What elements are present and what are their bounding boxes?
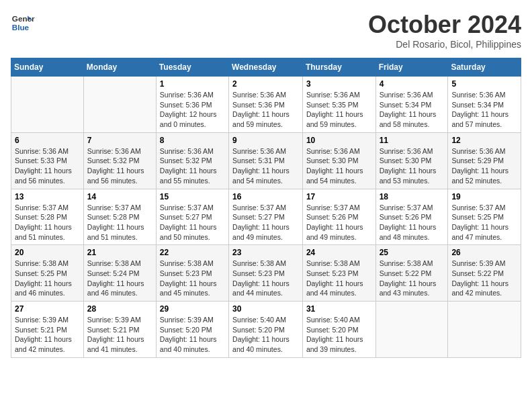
calendar-cell: 30 Sunrise: 5:40 AMSunset: 5:20 PMDaylig… — [229, 302, 303, 358]
calendar-week-1: 1 Sunrise: 5:36 AMSunset: 5:36 PMDayligh… — [11, 77, 521, 133]
day-info: Sunrise: 5:36 AMSunset: 5:30 PMDaylight:… — [306, 146, 372, 186]
day-number: 23 — [232, 248, 299, 257]
day-info: Sunrise: 5:38 AMSunset: 5:25 PMDaylight:… — [15, 259, 80, 298]
calendar-cell: 25 Sunrise: 5:38 AMSunset: 5:22 PMDaylig… — [375, 245, 448, 302]
day-number: 28 — [87, 304, 152, 314]
day-number: 25 — [380, 248, 445, 257]
location-subtitle: Del Rosario, Bicol, Philippines — [368, 39, 521, 50]
calendar-cell — [11, 77, 84, 133]
header-tuesday: Tuesday — [156, 58, 228, 77]
calendar-cell: 20 Sunrise: 5:38 AMSunset: 5:25 PMDaylig… — [11, 245, 84, 302]
day-info: Sunrise: 5:36 AMSunset: 5:35 PMDaylight:… — [306, 90, 372, 130]
logo: General Blue — [11, 11, 35, 35]
calendar-week-4: 20 Sunrise: 5:38 AMSunset: 5:25 PMDaylig… — [11, 245, 521, 302]
day-number: 14 — [87, 192, 152, 201]
day-info: Sunrise: 5:38 AMSunset: 5:23 PMDaylight:… — [160, 259, 225, 298]
day-info: Sunrise: 5:40 AMSunset: 5:20 PMDaylight:… — [232, 315, 299, 355]
calendar-cell: 5 Sunrise: 5:36 AMSunset: 5:34 PMDayligh… — [448, 77, 521, 133]
calendar-cell: 3 Sunrise: 5:36 AMSunset: 5:35 PMDayligh… — [302, 77, 375, 133]
calendar-cell: 4 Sunrise: 5:36 AMSunset: 5:34 PMDayligh… — [375, 77, 448, 133]
day-info: Sunrise: 5:36 AMSunset: 5:29 PMDaylight:… — [451, 146, 517, 186]
header-monday: Monday — [83, 58, 156, 77]
header-friday: Friday — [375, 58, 448, 77]
svg-text:General: General — [12, 14, 35, 23]
day-number: 30 — [232, 304, 299, 314]
page-header: General Blue October 2024 Del Rosario, B… — [11, 11, 521, 50]
day-number: 26 — [451, 248, 517, 257]
day-info: Sunrise: 5:38 AMSunset: 5:23 PMDaylight:… — [306, 259, 372, 298]
month-title: October 2024 — [368, 11, 521, 39]
day-number: 15 — [160, 192, 225, 201]
calendar-cell: 6 Sunrise: 5:36 AMSunset: 5:33 PMDayligh… — [11, 132, 84, 189]
calendar-cell: 24 Sunrise: 5:38 AMSunset: 5:23 PMDaylig… — [302, 245, 375, 302]
day-info: Sunrise: 5:37 AMSunset: 5:28 PMDaylight:… — [15, 203, 80, 242]
day-number: 9 — [232, 136, 299, 145]
day-number: 7 — [87, 136, 152, 145]
day-info: Sunrise: 5:36 AMSunset: 5:33 PMDaylight:… — [15, 146, 80, 186]
day-number: 2 — [232, 79, 299, 89]
calendar-cell: 13 Sunrise: 5:37 AMSunset: 5:28 PMDaylig… — [11, 189, 84, 245]
calendar-cell: 23 Sunrise: 5:38 AMSunset: 5:23 PMDaylig… — [229, 245, 303, 302]
day-number: 22 — [160, 248, 225, 257]
day-number: 17 — [306, 192, 372, 201]
calendar-table: Sunday Monday Tuesday Wednesday Thursday… — [11, 58, 521, 358]
calendar-cell: 7 Sunrise: 5:36 AMSunset: 5:32 PMDayligh… — [83, 132, 156, 189]
day-number: 8 — [160, 136, 225, 145]
calendar-cell: 18 Sunrise: 5:37 AMSunset: 5:26 PMDaylig… — [375, 189, 448, 245]
title-block: October 2024 Del Rosario, Bicol, Philipp… — [368, 11, 521, 50]
calendar-cell: 11 Sunrise: 5:36 AMSunset: 5:30 PMDaylig… — [375, 132, 448, 189]
calendar-cell: 27 Sunrise: 5:39 AMSunset: 5:21 PMDaylig… — [11, 302, 84, 358]
day-info: Sunrise: 5:36 AMSunset: 5:36 PMDaylight:… — [160, 90, 225, 130]
day-info: Sunrise: 5:39 AMSunset: 5:20 PMDaylight:… — [160, 315, 225, 355]
day-info: Sunrise: 5:37 AMSunset: 5:25 PMDaylight:… — [451, 203, 517, 242]
day-number: 27 — [15, 304, 80, 314]
calendar-cell: 19 Sunrise: 5:37 AMSunset: 5:25 PMDaylig… — [448, 189, 521, 245]
header-wednesday: Wednesday — [229, 58, 303, 77]
calendar-cell: 1 Sunrise: 5:36 AMSunset: 5:36 PMDayligh… — [156, 77, 228, 133]
calendar-cell: 10 Sunrise: 5:36 AMSunset: 5:30 PMDaylig… — [302, 132, 375, 189]
svg-text:Blue: Blue — [12, 23, 30, 32]
calendar-week-3: 13 Sunrise: 5:37 AMSunset: 5:28 PMDaylig… — [11, 189, 521, 245]
day-info: Sunrise: 5:37 AMSunset: 5:28 PMDaylight:… — [87, 203, 152, 242]
day-info: Sunrise: 5:36 AMSunset: 5:31 PMDaylight:… — [232, 146, 299, 186]
calendar-cell: 16 Sunrise: 5:37 AMSunset: 5:27 PMDaylig… — [229, 189, 303, 245]
day-info: Sunrise: 5:39 AMSunset: 5:21 PMDaylight:… — [15, 315, 80, 355]
header-thursday: Thursday — [302, 58, 375, 77]
day-number: 13 — [15, 192, 80, 201]
calendar-cell: 28 Sunrise: 5:39 AMSunset: 5:21 PMDaylig… — [83, 302, 156, 358]
calendar-cell: 9 Sunrise: 5:36 AMSunset: 5:31 PMDayligh… — [229, 132, 303, 189]
day-info: Sunrise: 5:36 AMSunset: 5:32 PMDaylight:… — [87, 146, 152, 186]
day-info: Sunrise: 5:38 AMSunset: 5:22 PMDaylight:… — [380, 259, 445, 298]
day-number: 24 — [306, 248, 372, 257]
header-sunday: Sunday — [11, 58, 84, 77]
calendar-cell: 8 Sunrise: 5:36 AMSunset: 5:32 PMDayligh… — [156, 132, 228, 189]
day-number: 31 — [306, 304, 372, 314]
day-number: 3 — [306, 79, 372, 89]
logo-icon: General Blue — [11, 11, 35, 35]
day-info: Sunrise: 5:38 AMSunset: 5:24 PMDaylight:… — [87, 259, 152, 298]
day-number: 16 — [232, 192, 299, 201]
day-number: 19 — [451, 192, 517, 201]
day-number: 10 — [306, 136, 372, 145]
day-info: Sunrise: 5:37 AMSunset: 5:27 PMDaylight:… — [160, 203, 225, 242]
calendar-cell: 31 Sunrise: 5:40 AMSunset: 5:20 PMDaylig… — [302, 302, 375, 358]
day-info: Sunrise: 5:36 AMSunset: 5:30 PMDaylight:… — [380, 146, 445, 186]
calendar-week-5: 27 Sunrise: 5:39 AMSunset: 5:21 PMDaylig… — [11, 302, 521, 358]
day-number: 1 — [160, 79, 225, 89]
calendar-cell — [83, 77, 156, 133]
day-info: Sunrise: 5:37 AMSunset: 5:26 PMDaylight:… — [306, 203, 372, 242]
day-number: 18 — [380, 192, 445, 201]
day-number: 12 — [451, 136, 517, 145]
day-number: 11 — [380, 136, 445, 145]
day-info: Sunrise: 5:36 AMSunset: 5:36 PMDaylight:… — [232, 90, 299, 130]
calendar-cell: 12 Sunrise: 5:36 AMSunset: 5:29 PMDaylig… — [448, 132, 521, 189]
calendar-cell: 29 Sunrise: 5:39 AMSunset: 5:20 PMDaylig… — [156, 302, 228, 358]
calendar-cell: 17 Sunrise: 5:37 AMSunset: 5:26 PMDaylig… — [302, 189, 375, 245]
day-number: 4 — [380, 79, 445, 89]
calendar-cell: 21 Sunrise: 5:38 AMSunset: 5:24 PMDaylig… — [83, 245, 156, 302]
calendar-cell: 15 Sunrise: 5:37 AMSunset: 5:27 PMDaylig… — [156, 189, 228, 245]
calendar-cell: 2 Sunrise: 5:36 AMSunset: 5:36 PMDayligh… — [229, 77, 303, 133]
day-info: Sunrise: 5:36 AMSunset: 5:32 PMDaylight:… — [160, 146, 225, 186]
calendar-cell — [375, 302, 448, 358]
day-info: Sunrise: 5:36 AMSunset: 5:34 PMDaylight:… — [451, 90, 517, 130]
